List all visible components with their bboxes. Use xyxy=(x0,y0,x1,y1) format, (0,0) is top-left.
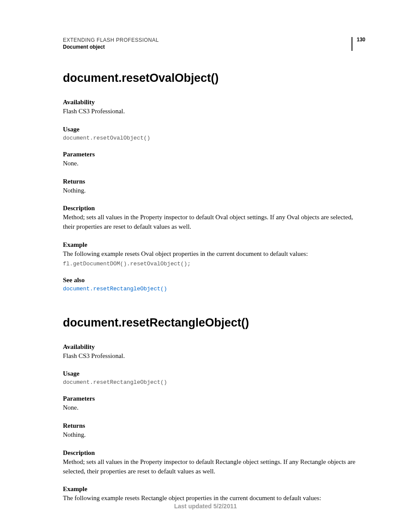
example-text: The following example resets Rectangle o… xyxy=(63,494,365,503)
returns-label: Returns xyxy=(63,422,365,429)
example-section: Example The following example resets Rec… xyxy=(63,485,365,503)
parameters-label: Parameters xyxy=(63,151,365,158)
availability-text: Flash CS3 Professional. xyxy=(63,352,365,361)
description-text: Method; sets all values in the Property … xyxy=(63,213,365,232)
usage-code: document.resetRectangleObject() xyxy=(63,379,365,386)
returns-text: Nothing. xyxy=(63,186,365,196)
returns-section: Returns Nothing. xyxy=(63,178,365,196)
parameters-text: None. xyxy=(63,159,365,168)
api-entry-reset-oval: document.resetOvalObject() Availability … xyxy=(63,72,365,292)
page-header: EXTENDING FLASH PROFESSIONAL Document ob… xyxy=(63,37,365,51)
returns-text: Nothing. xyxy=(63,430,365,440)
last-updated-text: Last updated 5/2/2011 xyxy=(174,503,237,510)
header-section-title: Document object xyxy=(63,44,159,50)
page-number: 130 xyxy=(352,37,365,51)
description-section: Description Method; sets all values in t… xyxy=(63,449,365,476)
example-label: Example xyxy=(63,485,365,493)
description-text: Method; sets all values in the Property … xyxy=(63,457,365,476)
example-label: Example xyxy=(63,241,365,249)
usage-section: Usage document.resetOvalObject() xyxy=(63,126,365,141)
returns-label: Returns xyxy=(63,178,365,185)
header-doc-title: EXTENDING FLASH PROFESSIONAL xyxy=(63,37,159,43)
entry-heading: document.resetRectangleObject() xyxy=(63,316,365,330)
availability-text: Flash CS3 Professional. xyxy=(63,107,365,116)
usage-label: Usage xyxy=(63,370,365,377)
usage-section: Usage document.resetRectangleObject() xyxy=(63,370,365,386)
availability-section: Availability Flash CS3 Professional. xyxy=(63,343,365,361)
description-label: Description xyxy=(63,205,365,212)
description-section: Description Method; sets all values in t… xyxy=(63,205,365,232)
entry-heading: document.resetOvalObject() xyxy=(63,72,365,85)
example-text: The following example resets Oval object… xyxy=(63,249,365,259)
parameters-section: Parameters None. xyxy=(63,395,365,413)
availability-label: Availability xyxy=(63,99,365,106)
page-footer: Last updated 5/2/2011 xyxy=(0,503,411,510)
header-left: EXTENDING FLASH PROFESSIONAL Document ob… xyxy=(63,37,159,50)
returns-section: Returns Nothing. xyxy=(63,422,365,440)
document-page: EXTENDING FLASH PROFESSIONAL Document ob… xyxy=(0,0,411,532)
availability-section: Availability Flash CS3 Professional. xyxy=(63,99,365,116)
example-code: fl.getDocumentDOM().resetOvalObject(); xyxy=(63,261,365,267)
api-entry-reset-rectangle: document.resetRectangleObject() Availabi… xyxy=(63,316,365,504)
seealso-link[interactable]: document.resetRectangleObject() xyxy=(63,286,365,292)
usage-label: Usage xyxy=(63,126,365,133)
seealso-section: See also document.resetRectangleObject() xyxy=(63,277,365,292)
usage-code: document.resetOvalObject() xyxy=(63,135,365,141)
seealso-label: See also xyxy=(63,277,365,284)
parameters-section: Parameters None. xyxy=(63,151,365,168)
availability-label: Availability xyxy=(63,343,365,351)
parameters-text: None. xyxy=(63,403,365,413)
example-section: Example The following example resets Ova… xyxy=(63,241,365,267)
description-label: Description xyxy=(63,449,365,457)
parameters-label: Parameters xyxy=(63,395,365,402)
